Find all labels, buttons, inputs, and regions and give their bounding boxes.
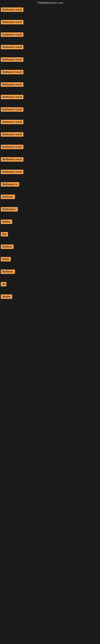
bottleneck-badge[interactable]: Bottleneck r (1, 207, 18, 212)
bottleneck-badge[interactable]: Bottleneck result (1, 32, 23, 37)
bottleneck-badge[interactable]: Bottleneck result (1, 157, 23, 162)
list-item: Bottleneck result (0, 156, 100, 162)
items-container: Bottleneck resultBottleneck resultBottle… (0, 6, 100, 307)
site-title: TheBottlenecker.com (0, 0, 100, 6)
list-item: Bottleneck result (0, 119, 100, 125)
list-item: Bottlenec (0, 268, 100, 275)
bottleneck-badge[interactable]: Bottleneck result (1, 107, 23, 112)
list-item: Bottleneck result (0, 144, 100, 150)
bottleneck-badge[interactable]: Bot (1, 232, 8, 236)
list-item: Bot (0, 231, 100, 238)
list-item: Bottleneck re (0, 181, 100, 188)
list-item: Bottleneck result (0, 56, 100, 63)
bottleneck-badge[interactable]: Bottleneck result (1, 170, 23, 174)
list-item: Bottleneck r (0, 206, 100, 212)
bottleneck-badge[interactable]: Bottlenec (1, 270, 15, 274)
list-item: Bottleneck result (0, 106, 100, 113)
list-item: Bottlenec (0, 194, 100, 200)
bottleneck-badge[interactable]: Bottleneck result (1, 82, 23, 87)
list-item: Bottleneck result (0, 19, 100, 25)
bottleneck-badge[interactable]: Bottlen (1, 220, 12, 224)
bottleneck-badge[interactable]: Bo (1, 282, 6, 286)
bottleneck-badge[interactable]: Bottlenec (1, 194, 15, 199)
list-item: Bottleneck result (0, 32, 100, 38)
bottleneck-badge[interactable]: Bottleneck result (1, 45, 23, 49)
list-item: Bottlen (0, 294, 100, 300)
bottleneck-badge[interactable]: Bottleneck re (1, 182, 19, 186)
bottleneck-badge[interactable]: Bottleneck result (1, 145, 23, 149)
list-item: Bottleneck result (0, 131, 100, 138)
list-item: Bottleneck result (0, 6, 100, 13)
list-item: Bottle (0, 256, 100, 262)
bottleneck-badge[interactable]: Bottlene (1, 244, 14, 249)
bottleneck-badge[interactable]: Bottleneck result (1, 95, 23, 99)
list-item: Bottleneck result (0, 44, 100, 50)
bottleneck-badge[interactable]: Bottleneck result (1, 57, 23, 62)
bottleneck-badge[interactable]: Bottlen (1, 294, 12, 299)
list-item: Bo (0, 281, 100, 288)
list-item: Bottleneck result (0, 81, 100, 88)
list-item: Bottleneck result (0, 94, 100, 100)
bottleneck-badge[interactable]: Bottleneck result (1, 120, 23, 124)
list-item: Bottleneck result (0, 69, 100, 75)
list-item: Bottlen (0, 218, 100, 225)
list-item: Bottleneck result (0, 169, 100, 175)
bottleneck-badge[interactable]: Bottleneck result (1, 132, 23, 137)
bottleneck-badge[interactable]: Bottleneck result (1, 8, 23, 12)
bottleneck-badge[interactable]: Bottle (1, 257, 11, 262)
list-item: Bottlene (0, 244, 100, 250)
bottleneck-badge[interactable]: Bottleneck result (1, 70, 23, 74)
bottleneck-badge[interactable]: Bottleneck result (1, 20, 23, 24)
